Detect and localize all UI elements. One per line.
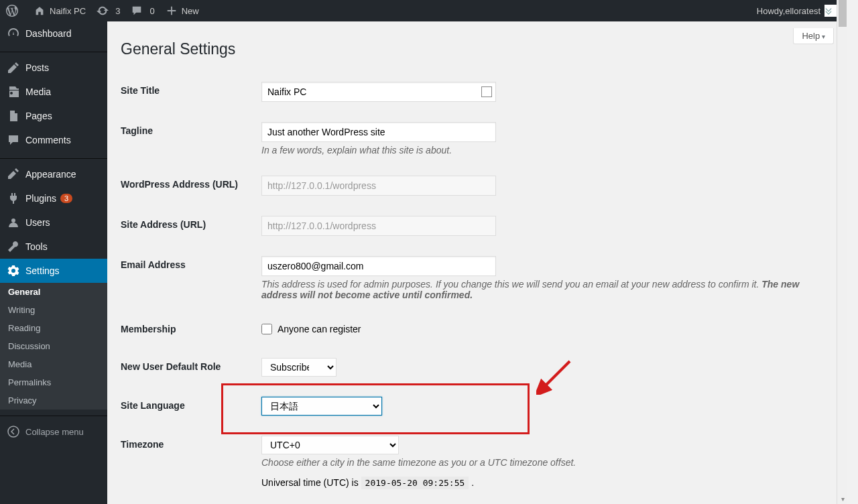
timezone-description: Choose either a city in the same timezon… bbox=[261, 457, 827, 468]
sidebar-item-dashboard[interactable]: Dashboard bbox=[0, 21, 107, 46]
sidebar-item-label: Posts bbox=[25, 62, 49, 73]
plugin-updates-badge: 3 bbox=[60, 194, 72, 203]
sidebar-item-label: Appearance bbox=[25, 169, 76, 180]
admin-bar: Naifix PC 3 0 New Howdy, elloratest bbox=[0, 0, 847, 21]
default-role-label: New User Default Role bbox=[121, 348, 255, 387]
svg-point-0 bbox=[8, 426, 19, 437]
username-text: elloratest bbox=[785, 6, 820, 16]
timezone-select[interactable]: UTC+0 bbox=[261, 436, 399, 454]
sidebar-item-plugins[interactable]: Plugins 3 bbox=[0, 186, 107, 210]
site-address-input bbox=[261, 216, 496, 236]
account-link[interactable]: Howdy, elloratest bbox=[751, 0, 842, 21]
sidebar-item-label: Users bbox=[25, 217, 50, 228]
email-input[interactable] bbox=[261, 256, 496, 276]
default-role-select[interactable]: Subscriber bbox=[261, 358, 336, 377]
sidebar-item-settings[interactable]: Settings bbox=[0, 259, 107, 283]
browser-scrollbar[interactable]: ▾ bbox=[837, 0, 847, 504]
sidebar-item-label: Settings bbox=[25, 265, 60, 276]
sidebar-item-appearance[interactable]: Appearance bbox=[0, 162, 107, 186]
updates-count: 3 bbox=[115, 6, 120, 16]
collapse-menu-button[interactable]: Collapse menu bbox=[0, 420, 107, 444]
membership-label: Membership bbox=[121, 310, 255, 348]
sidebar-item-media[interactable]: Media bbox=[0, 80, 107, 104]
sidebar-item-label: Media bbox=[25, 86, 51, 97]
new-label: New bbox=[182, 6, 199, 16]
sidebar-item-label: Dashboard bbox=[25, 28, 72, 39]
help-tab[interactable]: Help bbox=[793, 28, 834, 44]
submenu-item-discussion[interactable]: Discussion bbox=[0, 337, 107, 355]
email-description: This address is used for admin purposes.… bbox=[261, 279, 827, 300]
scrollbar-down-icon[interactable]: ▾ bbox=[837, 493, 847, 504]
sidebar-item-label: Comments bbox=[25, 135, 71, 145]
site-title-input[interactable] bbox=[261, 82, 496, 102]
membership-checkbox[interactable] bbox=[261, 324, 272, 334]
sidebar-item-tools[interactable]: Tools bbox=[0, 235, 107, 259]
site-language-label: Site Language bbox=[121, 387, 255, 426]
sidebar-item-users[interactable]: Users bbox=[0, 210, 107, 235]
collapse-label: Collapse menu bbox=[25, 427, 84, 437]
submenu-item-reading[interactable]: Reading bbox=[0, 319, 107, 337]
utc-time-value: 2019-05-20 09:25:55 bbox=[361, 477, 469, 489]
submenu-item-general[interactable]: General bbox=[0, 283, 107, 301]
site-address-label: Site Address (URL) bbox=[121, 206, 255, 246]
tagline-description: In a few words, explain what this site i… bbox=[261, 145, 827, 155]
comments-count: 0 bbox=[149, 6, 154, 16]
submenu-item-privacy[interactable]: Privacy bbox=[0, 391, 107, 410]
sidebar-item-pages[interactable]: Pages bbox=[0, 104, 107, 128]
site-title-label: Site Title bbox=[121, 72, 255, 112]
email-label: Email Address bbox=[121, 246, 255, 310]
sidebar-item-label: Tools bbox=[25, 241, 48, 252]
sidebar-item-label: Pages bbox=[25, 111, 52, 121]
avatar bbox=[824, 5, 837, 17]
timezone-label: Timezone bbox=[121, 426, 255, 498]
content-area: Help General Settings Site Title Tagline… bbox=[107, 21, 847, 504]
admin-sidebar: Dashboard Posts Media Pages Comments App… bbox=[0, 21, 107, 504]
comments-link[interactable]: 0 bbox=[125, 0, 160, 21]
new-content-link[interactable]: New bbox=[160, 0, 204, 21]
updates-link[interactable]: 3 bbox=[91, 0, 125, 21]
site-title-text: Naifix PC bbox=[50, 6, 86, 16]
howdy-prefix: Howdy, bbox=[757, 6, 785, 16]
utc-time-text: Universal time (UTC) is 2019-05-20 09:25… bbox=[261, 477, 827, 488]
submenu-item-media[interactable]: Media bbox=[0, 355, 107, 373]
sidebar-item-comments[interactable]: Comments bbox=[0, 128, 107, 152]
sidebar-item-posts[interactable]: Posts bbox=[0, 56, 107, 80]
wp-logo[interactable] bbox=[0, 0, 28, 21]
settings-submenu: General Writing Reading Discussion Media… bbox=[0, 283, 107, 410]
site-language-select[interactable]: 日本語 bbox=[261, 397, 382, 416]
scrollbar-thumb[interactable] bbox=[839, 0, 847, 27]
tagline-input[interactable] bbox=[261, 122, 496, 142]
submenu-item-writing[interactable]: Writing bbox=[0, 301, 107, 319]
sidebar-item-label: Plugins bbox=[25, 193, 56, 204]
page-title: General Settings bbox=[121, 40, 834, 58]
settings-form: Site Title Tagline In a few words, expla… bbox=[121, 72, 834, 498]
wp-address-label: WordPress Address (URL) bbox=[121, 166, 255, 206]
wp-address-input bbox=[261, 176, 496, 196]
site-link[interactable]: Naifix PC bbox=[28, 0, 91, 21]
submenu-item-permalinks[interactable]: Permalinks bbox=[0, 373, 107, 391]
membership-checkbox-label[interactable]: Anyone can register bbox=[261, 324, 827, 334]
tagline-label: Tagline bbox=[121, 112, 255, 166]
